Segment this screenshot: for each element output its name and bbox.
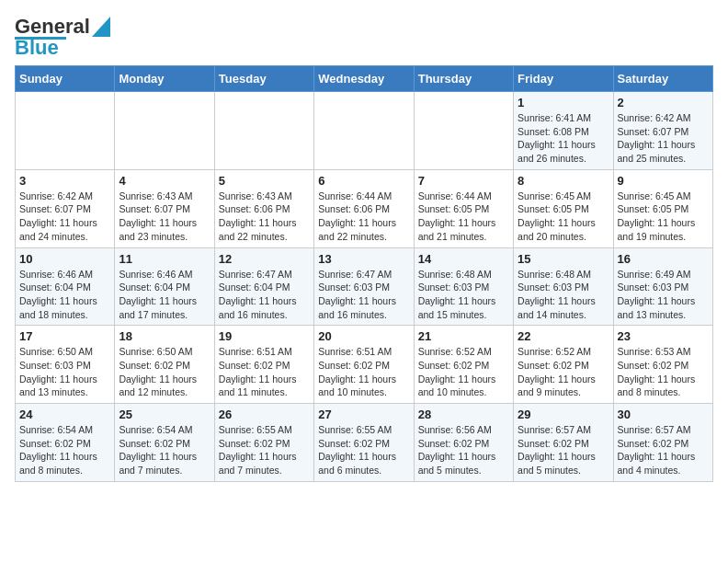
calendar-cell (16, 92, 115, 170)
day-number: 28 (418, 408, 509, 421)
calendar-cell: 29Sunrise: 6:57 AMSunset: 6:02 PMDayligh… (514, 404, 613, 482)
day-number: 8 (518, 174, 609, 188)
calendar-cell: 25Sunrise: 6:54 AMSunset: 6:02 PMDayligh… (115, 404, 214, 482)
day-number: 6 (318, 174, 409, 188)
day-info: Sunrise: 6:45 AMSunset: 6:05 PMDaylight:… (618, 190, 709, 244)
header-thursday: Thursday (414, 66, 513, 92)
day-number: 23 (618, 329, 709, 343)
calendar-week-row: 3Sunrise: 6:42 AMSunset: 6:07 PMDaylight… (16, 169, 713, 247)
day-number: 14 (418, 252, 509, 266)
day-info: Sunrise: 6:52 AMSunset: 6:02 PMDaylight:… (518, 345, 609, 399)
calendar-cell: 18Sunrise: 6:50 AMSunset: 6:02 PMDayligh… (115, 326, 214, 404)
day-info: Sunrise: 6:57 AMSunset: 6:02 PMDaylight:… (518, 423, 609, 477)
day-number: 17 (19, 329, 110, 343)
calendar-cell: 27Sunrise: 6:55 AMSunset: 6:02 PMDayligh… (314, 404, 414, 482)
day-info: Sunrise: 6:42 AMSunset: 6:07 PMDaylight:… (618, 111, 709, 166)
day-info: Sunrise: 6:45 AMSunset: 6:05 PMDaylight:… (518, 190, 609, 244)
day-number: 10 (19, 252, 110, 266)
calendar-cell: 13Sunrise: 6:47 AMSunset: 6:03 PMDayligh… (314, 247, 414, 326)
day-info: Sunrise: 6:57 AMSunset: 6:02 PMDaylight:… (618, 423, 709, 477)
day-number: 21 (418, 329, 509, 343)
day-info: Sunrise: 6:50 AMSunset: 6:02 PMDaylight:… (119, 345, 210, 399)
day-number: 20 (318, 329, 409, 343)
calendar-table: SundayMondayTuesdayWednesdayThursdayFrid… (15, 65, 713, 482)
calendar-cell: 17Sunrise: 6:50 AMSunset: 6:03 PMDayligh… (16, 326, 115, 404)
day-info: Sunrise: 6:52 AMSunset: 6:02 PMDaylight:… (418, 345, 509, 399)
day-info: Sunrise: 6:51 AMSunset: 6:02 PMDaylight:… (219, 345, 310, 399)
day-number: 18 (119, 329, 210, 343)
calendar-week-row: 17Sunrise: 6:50 AMSunset: 6:03 PMDayligh… (16, 326, 713, 404)
day-info: Sunrise: 6:51 AMSunset: 6:02 PMDaylight:… (318, 345, 409, 399)
calendar-cell: 2Sunrise: 6:42 AMSunset: 6:07 PMDaylight… (613, 92, 712, 170)
calendar-week-row: 1Sunrise: 6:41 AMSunset: 6:08 PMDaylight… (16, 92, 713, 170)
day-number: 11 (119, 252, 210, 266)
day-number: 2 (618, 96, 709, 109)
day-info: Sunrise: 6:54 AMSunset: 6:02 PMDaylight:… (19, 423, 110, 477)
day-info: Sunrise: 6:44 AMSunset: 6:06 PMDaylight:… (318, 190, 409, 244)
header-saturday: Saturday (613, 66, 712, 92)
day-info: Sunrise: 6:46 AMSunset: 6:04 PMDaylight:… (19, 268, 110, 322)
calendar-cell: 15Sunrise: 6:48 AMSunset: 6:03 PMDayligh… (514, 247, 613, 326)
day-info: Sunrise: 6:54 AMSunset: 6:02 PMDaylight:… (119, 423, 210, 477)
calendar-cell: 4Sunrise: 6:43 AMSunset: 6:07 PMDaylight… (115, 169, 214, 247)
day-info: Sunrise: 6:55 AMSunset: 6:02 PMDaylight:… (318, 423, 409, 477)
calendar-week-row: 24Sunrise: 6:54 AMSunset: 6:02 PMDayligh… (16, 404, 713, 482)
calendar-cell: 26Sunrise: 6:55 AMSunset: 6:02 PMDayligh… (214, 404, 313, 482)
day-number: 5 (219, 174, 310, 188)
day-info: Sunrise: 6:41 AMSunset: 6:08 PMDaylight:… (518, 111, 609, 166)
calendar-cell: 20Sunrise: 6:51 AMSunset: 6:02 PMDayligh… (314, 326, 414, 404)
calendar-cell: 19Sunrise: 6:51 AMSunset: 6:02 PMDayligh… (214, 326, 313, 404)
day-info: Sunrise: 6:50 AMSunset: 6:03 PMDaylight:… (19, 345, 110, 399)
day-number: 4 (119, 174, 210, 188)
calendar-cell: 12Sunrise: 6:47 AMSunset: 6:04 PMDayligh… (214, 247, 313, 326)
day-number: 9 (618, 174, 709, 188)
day-info: Sunrise: 6:49 AMSunset: 6:03 PMDaylight:… (618, 268, 709, 322)
logo: General Blue (15, 15, 110, 58)
day-number: 13 (318, 252, 409, 266)
day-number: 29 (518, 408, 609, 421)
calendar-cell (314, 92, 414, 170)
day-number: 15 (518, 252, 609, 266)
day-info: Sunrise: 6:53 AMSunset: 6:02 PMDaylight:… (618, 345, 709, 399)
calendar-cell: 24Sunrise: 6:54 AMSunset: 6:02 PMDayligh… (16, 404, 115, 482)
day-info: Sunrise: 6:47 AMSunset: 6:03 PMDaylight:… (318, 268, 409, 322)
header-tuesday: Tuesday (214, 66, 313, 92)
day-info: Sunrise: 6:56 AMSunset: 6:02 PMDaylight:… (418, 423, 509, 477)
svg-marker-0 (92, 17, 110, 37)
header-sunday: Sunday (16, 66, 115, 92)
day-info: Sunrise: 6:48 AMSunset: 6:03 PMDaylight:… (518, 268, 609, 322)
calendar-cell: 7Sunrise: 6:44 AMSunset: 6:05 PMDaylight… (414, 169, 513, 247)
calendar-cell: 21Sunrise: 6:52 AMSunset: 6:02 PMDayligh… (414, 326, 513, 404)
calendar-header-row: SundayMondayTuesdayWednesdayThursdayFrid… (16, 66, 713, 92)
calendar-cell: 30Sunrise: 6:57 AMSunset: 6:02 PMDayligh… (613, 404, 712, 482)
calendar-cell: 28Sunrise: 6:56 AMSunset: 6:02 PMDayligh… (414, 404, 513, 482)
calendar-cell: 14Sunrise: 6:48 AMSunset: 6:03 PMDayligh… (414, 247, 513, 326)
day-number: 24 (19, 408, 110, 421)
day-number: 26 (219, 408, 310, 421)
calendar-cell: 8Sunrise: 6:45 AMSunset: 6:05 PMDaylight… (514, 169, 613, 247)
day-info: Sunrise: 6:46 AMSunset: 6:04 PMDaylight:… (119, 268, 210, 322)
day-number: 30 (618, 408, 709, 421)
calendar-cell: 22Sunrise: 6:52 AMSunset: 6:02 PMDayligh… (514, 326, 613, 404)
day-number: 19 (219, 329, 310, 343)
calendar-cell: 9Sunrise: 6:45 AMSunset: 6:05 PMDaylight… (613, 169, 712, 247)
logo-text-blue: Blue (15, 38, 59, 58)
day-number: 3 (19, 174, 110, 188)
day-info: Sunrise: 6:55 AMSunset: 6:02 PMDaylight:… (219, 423, 310, 477)
calendar-cell: 11Sunrise: 6:46 AMSunset: 6:04 PMDayligh… (115, 247, 214, 326)
day-number: 27 (318, 408, 409, 421)
day-number: 25 (119, 408, 210, 421)
calendar-cell: 3Sunrise: 6:42 AMSunset: 6:07 PMDaylight… (16, 169, 115, 247)
calendar-cell (115, 92, 214, 170)
calendar-cell: 23Sunrise: 6:53 AMSunset: 6:02 PMDayligh… (613, 326, 712, 404)
calendar-cell: 1Sunrise: 6:41 AMSunset: 6:08 PMDaylight… (514, 92, 613, 170)
day-number: 1 (518, 96, 609, 109)
page-header: General Blue (15, 15, 713, 58)
day-number: 22 (518, 329, 609, 343)
calendar-cell (414, 92, 513, 170)
day-info: Sunrise: 6:44 AMSunset: 6:05 PMDaylight:… (418, 190, 509, 244)
calendar-cell: 16Sunrise: 6:49 AMSunset: 6:03 PMDayligh… (613, 247, 712, 326)
calendar-cell: 6Sunrise: 6:44 AMSunset: 6:06 PMDaylight… (314, 169, 414, 247)
calendar-cell: 5Sunrise: 6:43 AMSunset: 6:06 PMDaylight… (214, 169, 313, 247)
day-info: Sunrise: 6:43 AMSunset: 6:07 PMDaylight:… (119, 190, 210, 244)
